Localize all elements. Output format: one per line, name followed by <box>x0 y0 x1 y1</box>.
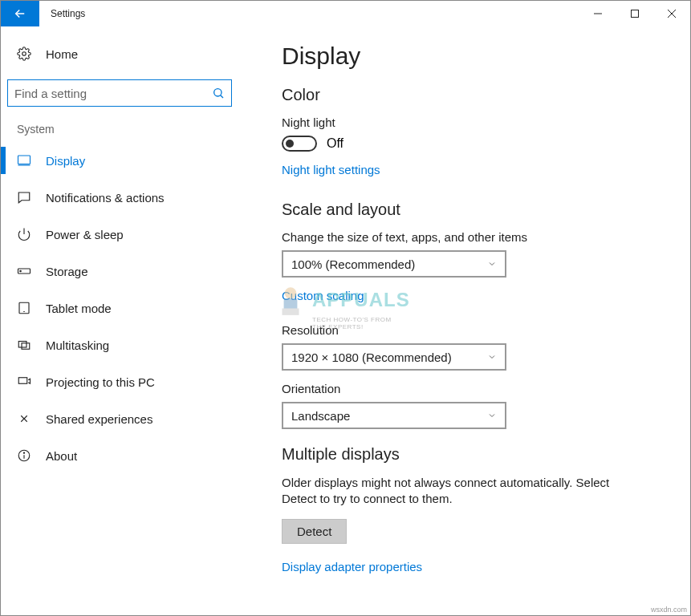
storage-icon <box>17 264 31 278</box>
night-light-label: Night light <box>282 116 666 129</box>
close-icon <box>668 10 676 18</box>
svg-rect-1 <box>632 10 639 18</box>
sidebar-item-about[interactable]: About <box>1 437 258 474</box>
sidebar-item-label: Display <box>46 154 85 168</box>
titlebar: Settings <box>1 1 690 26</box>
home-label: Home <box>46 47 78 61</box>
scale-heading: Scale and layout <box>282 201 666 219</box>
sidebar-item-multitasking[interactable]: Multitasking <box>1 326 258 363</box>
chevron-down-icon <box>487 352 497 362</box>
sidebar-item-power[interactable]: Power & sleep <box>1 216 258 253</box>
chevron-down-icon <box>487 411 497 420</box>
section-label: System <box>1 123 258 136</box>
svg-point-5 <box>214 89 222 96</box>
content-pane[interactable]: Display Color Night light Off Night ligh… <box>258 26 690 615</box>
search-input[interactable] <box>7 79 232 107</box>
search-field[interactable] <box>14 87 212 100</box>
window-controls <box>579 1 690 26</box>
orientation-value: Landscape <box>291 409 350 423</box>
sidebar: Home System Display Notifications & acti… <box>1 26 258 615</box>
orientation-label: Orientation <box>282 382 666 395</box>
settings-window: Settings Home <box>0 0 691 616</box>
custom-scaling-link[interactable]: Custom scaling <box>282 289 364 302</box>
sidebar-item-label: About <box>46 449 77 463</box>
sidebar-item-label: Tablet mode <box>46 302 112 315</box>
scale-value: 100% (Recommended) <box>291 257 415 271</box>
sidebar-item-tablet[interactable]: Tablet mode <box>1 290 258 326</box>
chevron-down-icon <box>487 259 497 269</box>
gear-icon <box>17 47 31 61</box>
sidebar-item-label: Notifications & actions <box>46 191 165 205</box>
svg-point-11 <box>20 270 22 272</box>
tablet-icon <box>17 301 31 315</box>
projecting-icon <box>17 375 31 389</box>
sidebar-item-label: Storage <box>46 265 88 278</box>
svg-point-19 <box>23 452 24 453</box>
arrow-left-icon <box>13 6 27 21</box>
minimize-button[interactable] <box>579 1 616 26</box>
scale-label: Change the size of text, apps, and other… <box>282 230 666 244</box>
monitor-icon <box>17 153 31 168</box>
shared-icon <box>17 411 31 426</box>
svg-rect-14 <box>18 342 26 348</box>
resolution-select[interactable]: 1920 × 1080 (Recommended) <box>282 343 506 371</box>
svg-point-4 <box>22 52 26 56</box>
sidebar-item-label: Multitasking <box>46 338 109 352</box>
sidebar-item-storage[interactable]: Storage <box>1 253 258 290</box>
night-light-toggle[interactable] <box>282 136 317 152</box>
resolution-label: Resolution <box>282 323 666 337</box>
sidebar-item-notifications[interactable]: Notifications & actions <box>1 179 258 216</box>
resolution-value: 1920 × 1080 (Recommended) <box>291 351 452 364</box>
footer-mark: wsxdn.com <box>651 606 687 614</box>
sidebar-item-label: Power & sleep <box>46 228 124 241</box>
maximize-button[interactable] <box>616 1 653 26</box>
minimize-icon <box>594 10 602 18</box>
svg-rect-16 <box>18 378 27 384</box>
svg-rect-7 <box>18 156 30 164</box>
search-icon <box>212 87 225 99</box>
sidebar-item-label: Projecting to this PC <box>46 375 155 389</box>
sidebar-item-projecting[interactable]: Projecting to this PC <box>1 363 258 400</box>
multitasking-icon <box>17 338 31 352</box>
orientation-select[interactable]: Landscape <box>282 402 506 429</box>
scale-select[interactable]: 100% (Recommended) <box>282 250 506 278</box>
info-icon <box>17 448 31 463</box>
detect-button[interactable]: Detect <box>282 519 347 544</box>
multiple-displays-heading: Multiple displays <box>282 445 666 464</box>
svg-rect-15 <box>22 343 30 350</box>
color-heading: Color <box>282 86 666 104</box>
night-light-state: Off <box>327 136 343 151</box>
display-adapter-link[interactable]: Display adapter properties <box>282 560 422 573</box>
window-title: Settings <box>39 1 579 26</box>
maximize-icon <box>631 10 639 18</box>
multiple-displays-text: Older displays might not always connect … <box>282 475 619 508</box>
svg-line-6 <box>221 95 223 98</box>
night-light-settings-link[interactable]: Night light settings <box>282 163 380 176</box>
message-icon <box>17 190 31 205</box>
sidebar-item-display[interactable]: Display <box>1 142 258 179</box>
back-button[interactable] <box>1 1 39 26</box>
page-title: Display <box>282 43 666 70</box>
power-icon <box>17 227 31 241</box>
sidebar-item-shared[interactable]: Shared experiences <box>1 400 258 437</box>
close-button[interactable] <box>653 1 690 26</box>
sidebar-item-label: Shared experiences <box>46 412 152 426</box>
home-button[interactable]: Home <box>1 36 258 71</box>
